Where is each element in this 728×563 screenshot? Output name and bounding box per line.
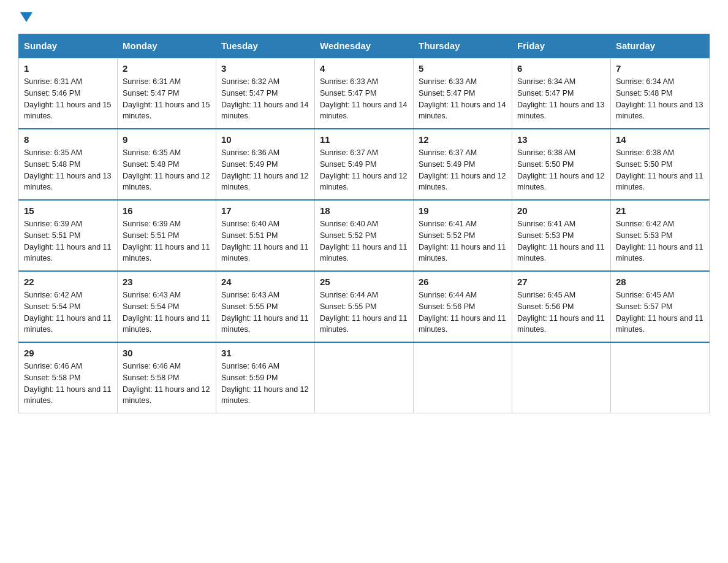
- calendar-cell: 2 Sunrise: 6:31 AM Sunset: 5:47 PM Dayli…: [118, 58, 216, 129]
- calendar-cell: 6 Sunrise: 6:34 AM Sunset: 5:47 PM Dayli…: [512, 58, 611, 129]
- day-number: 7: [616, 63, 704, 74]
- day-info: Sunrise: 6:39 AM Sunset: 5:51 PM Dayligh…: [123, 218, 211, 264]
- day-info: Sunrise: 6:39 AM Sunset: 5:51 PM Dayligh…: [24, 218, 112, 264]
- day-number: 24: [221, 277, 309, 287]
- calendar-cell: [512, 342, 611, 413]
- day-number: 27: [517, 277, 605, 287]
- header-wednesday: Wednesday: [315, 34, 414, 58]
- day-info: Sunrise: 6:35 AM Sunset: 5:48 PM Dayligh…: [123, 147, 211, 193]
- day-info: Sunrise: 6:44 AM Sunset: 5:55 PM Dayligh…: [320, 289, 408, 335]
- calendar-cell: 14 Sunrise: 6:38 AM Sunset: 5:50 PM Dayl…: [611, 129, 710, 200]
- day-number: 9: [123, 134, 211, 145]
- day-info: Sunrise: 6:46 AM Sunset: 5:58 PM Dayligh…: [123, 361, 211, 407]
- day-number: 13: [517, 134, 605, 145]
- day-number: 15: [24, 205, 112, 216]
- calendar-cell: 4 Sunrise: 6:33 AM Sunset: 5:47 PM Dayli…: [315, 58, 414, 129]
- day-number: 8: [24, 134, 112, 145]
- day-number: 4: [320, 63, 408, 74]
- day-number: 16: [123, 205, 211, 216]
- day-info: Sunrise: 6:38 AM Sunset: 5:50 PM Dayligh…: [517, 147, 605, 193]
- calendar-cell: [414, 342, 512, 413]
- day-info: Sunrise: 6:31 AM Sunset: 5:47 PM Dayligh…: [123, 76, 211, 122]
- day-number: 11: [320, 134, 408, 145]
- day-number: 6: [517, 63, 605, 74]
- day-info: Sunrise: 6:34 AM Sunset: 5:47 PM Dayligh…: [517, 76, 605, 122]
- day-number: 14: [616, 134, 704, 145]
- calendar-week-2: 8 Sunrise: 6:35 AM Sunset: 5:48 PM Dayli…: [19, 129, 710, 200]
- day-number: 29: [24, 348, 112, 358]
- calendar-week-4: 22 Sunrise: 6:42 AM Sunset: 5:54 PM Dayl…: [19, 271, 710, 342]
- day-info: Sunrise: 6:37 AM Sunset: 5:49 PM Dayligh…: [320, 147, 408, 193]
- day-number: 31: [221, 348, 309, 358]
- day-info: Sunrise: 6:32 AM Sunset: 5:47 PM Dayligh…: [221, 76, 309, 122]
- header-tuesday: Tuesday: [216, 34, 315, 58]
- day-info: Sunrise: 6:45 AM Sunset: 5:56 PM Dayligh…: [517, 289, 605, 335]
- logo-triangle-icon: [20, 12, 32, 22]
- header-sunday: Sunday: [19, 34, 118, 58]
- day-info: Sunrise: 6:43 AM Sunset: 5:55 PM Dayligh…: [221, 289, 309, 335]
- calendar-cell: 9 Sunrise: 6:35 AM Sunset: 5:48 PM Dayli…: [118, 129, 216, 200]
- calendar-cell: 5 Sunrise: 6:33 AM Sunset: 5:47 PM Dayli…: [414, 58, 512, 129]
- day-number: 19: [419, 205, 507, 216]
- calendar-week-5: 29 Sunrise: 6:46 AM Sunset: 5:58 PM Dayl…: [19, 342, 710, 413]
- calendar-cell: 23 Sunrise: 6:43 AM Sunset: 5:54 PM Dayl…: [118, 271, 216, 342]
- day-number: 10: [221, 134, 309, 145]
- header-friday: Friday: [512, 34, 611, 58]
- calendar-cell: 11 Sunrise: 6:37 AM Sunset: 5:49 PM Dayl…: [315, 129, 414, 200]
- day-info: Sunrise: 6:45 AM Sunset: 5:57 PM Dayligh…: [616, 289, 704, 335]
- calendar-cell: 25 Sunrise: 6:44 AM Sunset: 5:55 PM Dayl…: [315, 271, 414, 342]
- calendar-cell: 21 Sunrise: 6:42 AM Sunset: 5:53 PM Dayl…: [611, 200, 710, 271]
- calendar-table: SundayMondayTuesdayWednesdayThursdayFrid…: [18, 34, 710, 413]
- calendar-cell: 12 Sunrise: 6:37 AM Sunset: 5:49 PM Dayl…: [414, 129, 512, 200]
- day-info: Sunrise: 6:31 AM Sunset: 5:46 PM Dayligh…: [24, 76, 112, 122]
- day-number: 30: [123, 348, 211, 358]
- calendar-cell: 7 Sunrise: 6:34 AM Sunset: 5:48 PM Dayli…: [611, 58, 710, 129]
- page-header: [18, 12, 710, 21]
- calendar-cell: 26 Sunrise: 6:44 AM Sunset: 5:56 PM Dayl…: [414, 271, 512, 342]
- day-info: Sunrise: 6:40 AM Sunset: 5:52 PM Dayligh…: [320, 218, 408, 264]
- logo: [18, 12, 32, 21]
- calendar-cell: 29 Sunrise: 6:46 AM Sunset: 5:58 PM Dayl…: [19, 342, 118, 413]
- calendar-cell: 18 Sunrise: 6:40 AM Sunset: 5:52 PM Dayl…: [315, 200, 414, 271]
- header-monday: Monday: [118, 34, 216, 58]
- day-info: Sunrise: 6:44 AM Sunset: 5:56 PM Dayligh…: [419, 289, 507, 335]
- day-info: Sunrise: 6:46 AM Sunset: 5:59 PM Dayligh…: [221, 361, 309, 407]
- calendar-cell: 16 Sunrise: 6:39 AM Sunset: 5:51 PM Dayl…: [118, 200, 216, 271]
- day-info: Sunrise: 6:41 AM Sunset: 5:52 PM Dayligh…: [419, 218, 507, 264]
- day-info: Sunrise: 6:42 AM Sunset: 5:53 PM Dayligh…: [616, 218, 704, 264]
- day-number: 2: [123, 63, 211, 74]
- header-saturday: Saturday: [611, 34, 710, 58]
- calendar-cell: 3 Sunrise: 6:32 AM Sunset: 5:47 PM Dayli…: [216, 58, 315, 129]
- day-info: Sunrise: 6:42 AM Sunset: 5:54 PM Dayligh…: [24, 289, 112, 335]
- calendar-cell: [315, 342, 414, 413]
- calendar-cell: 19 Sunrise: 6:41 AM Sunset: 5:52 PM Dayl…: [414, 200, 512, 271]
- day-number: 12: [419, 134, 507, 145]
- day-info: Sunrise: 6:40 AM Sunset: 5:51 PM Dayligh…: [221, 218, 309, 264]
- calendar-cell: 20 Sunrise: 6:41 AM Sunset: 5:53 PM Dayl…: [512, 200, 611, 271]
- day-number: 3: [221, 63, 309, 74]
- day-number: 21: [616, 205, 704, 216]
- day-info: Sunrise: 6:36 AM Sunset: 5:49 PM Dayligh…: [221, 147, 309, 193]
- day-number: 20: [517, 205, 605, 216]
- day-number: 25: [320, 277, 408, 287]
- day-number: 22: [24, 277, 112, 287]
- day-info: Sunrise: 6:35 AM Sunset: 5:48 PM Dayligh…: [24, 147, 112, 193]
- calendar-header-row: SundayMondayTuesdayWednesdayThursdayFrid…: [19, 34, 710, 58]
- calendar-cell: 8 Sunrise: 6:35 AM Sunset: 5:48 PM Dayli…: [19, 129, 118, 200]
- day-info: Sunrise: 6:43 AM Sunset: 5:54 PM Dayligh…: [123, 289, 211, 335]
- calendar-cell: [611, 342, 710, 413]
- day-number: 1: [24, 63, 112, 74]
- day-number: 28: [616, 277, 704, 287]
- calendar-cell: 24 Sunrise: 6:43 AM Sunset: 5:55 PM Dayl…: [216, 271, 315, 342]
- day-info: Sunrise: 6:46 AM Sunset: 5:58 PM Dayligh…: [24, 361, 112, 407]
- day-number: 23: [123, 277, 211, 287]
- calendar-cell: 30 Sunrise: 6:46 AM Sunset: 5:58 PM Dayl…: [118, 342, 216, 413]
- calendar-cell: 10 Sunrise: 6:36 AM Sunset: 5:49 PM Dayl…: [216, 129, 315, 200]
- day-info: Sunrise: 6:37 AM Sunset: 5:49 PM Dayligh…: [419, 147, 507, 193]
- calendar-cell: 27 Sunrise: 6:45 AM Sunset: 5:56 PM Dayl…: [512, 271, 611, 342]
- calendar-cell: 17 Sunrise: 6:40 AM Sunset: 5:51 PM Dayl…: [216, 200, 315, 271]
- day-info: Sunrise: 6:34 AM Sunset: 5:48 PM Dayligh…: [616, 76, 704, 122]
- calendar-week-1: 1 Sunrise: 6:31 AM Sunset: 5:46 PM Dayli…: [19, 58, 710, 129]
- day-number: 18: [320, 205, 408, 216]
- calendar-cell: 13 Sunrise: 6:38 AM Sunset: 5:50 PM Dayl…: [512, 129, 611, 200]
